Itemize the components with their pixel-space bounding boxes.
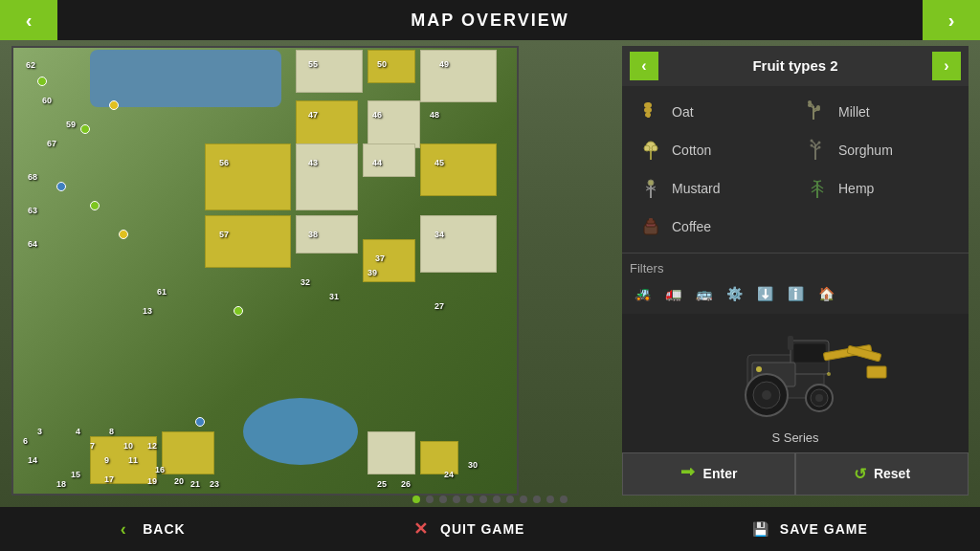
millet-icon [804, 99, 831, 125]
field-num-11: 11 [128, 455, 138, 465]
filter-home-icon[interactable]: 🏠 [813, 281, 838, 306]
header-prev-button[interactable]: ‹ [0, 0, 57, 40]
page-dot-1[interactable] [426, 496, 434, 503]
page-dot-9[interactable] [533, 496, 541, 503]
field-num-61: 61 [157, 287, 167, 297]
back-icon: ‹ [112, 518, 135, 540]
field-lower-2 [296, 215, 358, 253]
header-title: MAP OVERVIEW [411, 11, 568, 31]
field-num-47: 47 [308, 110, 318, 120]
page-dot-2[interactable] [439, 496, 447, 503]
field-num-15: 15 [71, 470, 80, 479]
header-next-icon: › [948, 10, 955, 32]
field-num-56: 56 [219, 158, 229, 167]
hemp-icon [804, 175, 831, 202]
fruit-item-hemp[interactable]: Hemp [796, 170, 961, 207]
field-num-8: 8 [109, 427, 114, 436]
svg-point-12 [816, 107, 820, 111]
enter-button[interactable]: ⮕ Enter [622, 452, 795, 496]
fruit-types-prev-icon: ‹ [641, 57, 646, 75]
svg-rect-44 [793, 343, 826, 363]
fruit-types-next-button[interactable]: › [932, 52, 961, 80]
field-num-38: 38 [308, 230, 318, 239]
field-num-45: 45 [434, 158, 444, 167]
field-center-3 [363, 143, 415, 177]
save-button[interactable]: 💾 SAVE GAME [749, 518, 868, 540]
filter-truck-icon[interactable]: 🚌 [691, 281, 716, 306]
vehicle-name-label: S Series [771, 430, 818, 445]
filter-icons-row: 🚜 🚛 🚌 ⚙️ ⬇️ ℹ️ 🏠 [630, 281, 961, 306]
field-num-13: 13 [143, 306, 152, 316]
svg-line-36 [813, 181, 817, 182]
field-num-6: 6 [23, 436, 28, 446]
map-dot-8 [234, 306, 243, 316]
fruit-item-sorghum[interactable]: Sorghum [796, 132, 961, 168]
page-dot-3[interactable] [453, 496, 460, 503]
page-dot-0[interactable] [412, 496, 420, 503]
fruit-types-prev-button[interactable]: ‹ [630, 52, 658, 80]
filter-tractor-icon[interactable]: 🚜 [630, 281, 655, 306]
reset-label: Reset [874, 466, 910, 481]
filter-field-icon[interactable]: 🚛 [660, 281, 685, 306]
back-button[interactable]: ‹ BACK [112, 518, 185, 540]
water-north [90, 50, 281, 107]
field-bottom-2 [162, 431, 214, 474]
field-num-59: 59 [66, 120, 76, 129]
field-2 [368, 50, 415, 83]
field-3 [420, 50, 497, 102]
reset-button[interactable]: ↺ Reset [795, 452, 969, 496]
svg-line-37 [817, 181, 821, 182]
svg-rect-46 [788, 336, 793, 350]
page-dot-7[interactable] [506, 496, 514, 503]
field-lower-4 [420, 215, 497, 273]
page-dot-10[interactable] [546, 496, 554, 503]
oat-label: Oat [672, 104, 694, 120]
field-num-62: 62 [26, 60, 35, 70]
field-num-26: 26 [401, 479, 411, 489]
field-num-18: 18 [56, 479, 66, 489]
field-5 [368, 100, 420, 148]
page-dot-4[interactable] [466, 496, 474, 503]
page-dot-8[interactable] [520, 496, 527, 503]
field-num-50: 50 [377, 59, 387, 69]
map-dot-5 [90, 201, 100, 210]
field-num-25: 25 [377, 479, 387, 489]
page-dot-5[interactable] [479, 496, 487, 503]
field-num-63: 63 [28, 206, 37, 215]
svg-point-2 [644, 107, 652, 113]
filter-info-icon[interactable]: ℹ️ [783, 281, 808, 306]
quit-button[interactable]: ✕ QUIT GAME [410, 518, 524, 540]
svg-rect-55 [867, 366, 886, 378]
filter-gear-icon[interactable]: ⚙️ [722, 281, 746, 306]
fruit-item-coffee[interactable]: Coffee [630, 209, 794, 245]
filters-section: Filters 🚜 🚛 🚌 ⚙️ ⬇️ ℹ️ 🏠 [622, 253, 969, 314]
svg-point-25 [818, 145, 821, 148]
fruit-item-mustard[interactable]: Mustard [630, 170, 794, 207]
header-next-button[interactable]: › [923, 0, 980, 40]
field-num-46: 46 [372, 110, 382, 120]
fruit-types-header: ‹ Fruit types 2 › [622, 46, 969, 86]
fruit-item-millet[interactable]: Millet [796, 94, 961, 130]
page-dot-6[interactable] [493, 496, 501, 503]
page-dot-11[interactable] [560, 496, 568, 503]
svg-point-22 [811, 139, 813, 142]
sorghum-label: Sorghum [838, 143, 893, 158]
fruit-item-cotton[interactable]: Cotton [630, 132, 794, 168]
water-center [243, 398, 358, 465]
filter-download-icon[interactable]: ⬇️ [752, 281, 777, 306]
field-num-44: 44 [372, 158, 382, 167]
field-num-57: 57 [219, 230, 229, 239]
field-num-64: 64 [28, 239, 37, 249]
millet-label: Millet [838, 104, 870, 120]
map-inner[interactable]: 55 50 49 47 46 48 56 43 45 44 57 38 37 3… [13, 48, 517, 494]
field-num-27: 27 [434, 301, 444, 311]
fruit-item-oat[interactable]: Oat [630, 94, 794, 130]
field-4 [296, 100, 358, 148]
field-num-34: 34 [434, 230, 444, 239]
field-num-20: 20 [174, 476, 184, 486]
field-num-30: 30 [468, 460, 478, 470]
svg-rect-41 [649, 218, 653, 221]
field-num-19: 19 [147, 476, 157, 486]
svg-point-23 [818, 141, 821, 143]
svg-point-10 [808, 103, 812, 107]
